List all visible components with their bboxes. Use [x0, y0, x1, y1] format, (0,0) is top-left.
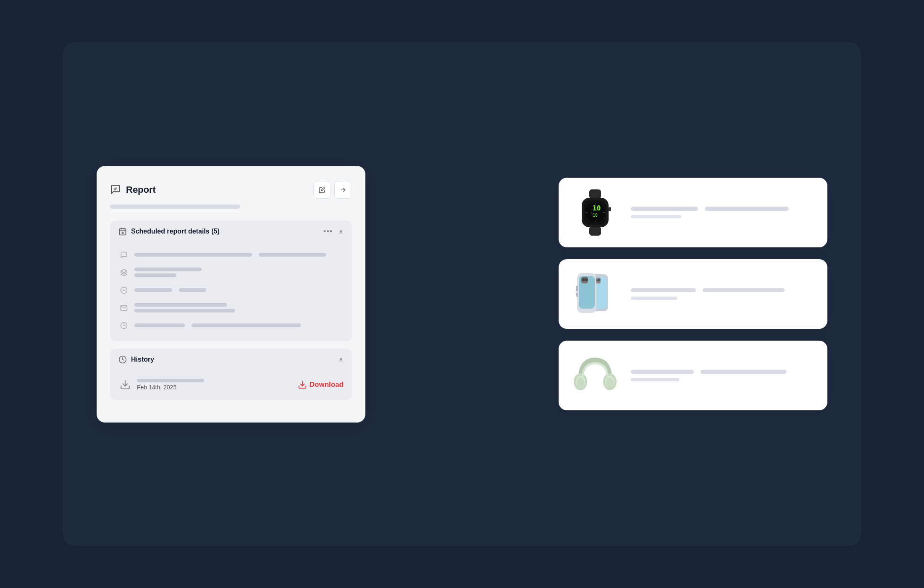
svg-point-7 [122, 232, 123, 234]
report-subtitle-bar [110, 205, 240, 209]
navigate-button[interactable] [334, 181, 352, 199]
history-section-title: History [131, 356, 154, 363]
bar [179, 288, 206, 292]
bar [259, 253, 326, 257]
detail-row-4 [118, 299, 344, 317]
product-info-phone [631, 288, 814, 300]
detail-row-4-content [134, 303, 344, 312]
svg-rect-14 [589, 189, 601, 199]
phone-bar-1 [631, 288, 696, 292]
history-date: Feb 14th, 2025 [137, 384, 204, 391]
history-section: History ∧ [110, 349, 352, 400]
download-icon [298, 380, 307, 389]
scheduled-section-header[interactable]: Scheduled report details (5) ••• ∧ [110, 220, 352, 243]
product-info-headphones [631, 370, 814, 381]
watch-bar-3 [631, 215, 681, 218]
download-button[interactable]: Download [298, 380, 344, 389]
svg-rect-36 [576, 286, 578, 291]
scheduled-section: Scheduled report details (5) ••• ∧ [110, 220, 352, 341]
svg-point-42 [577, 378, 584, 388]
section-header-right: ••• ∧ [323, 227, 344, 236]
bar [134, 309, 235, 312]
watch-bar-1 [631, 207, 698, 211]
detail-row-1-content [134, 253, 344, 257]
detail-row-5-content [134, 323, 344, 327]
svg-rect-25 [609, 207, 611, 211]
history-icon [118, 355, 127, 364]
headphones-bar-row-2 [631, 378, 814, 381]
headphones-bar-row-1 [631, 370, 814, 374]
detail-icon-3 [118, 285, 129, 296]
detail-icon-5 [118, 320, 129, 331]
collapse-icon[interactable]: ∧ [339, 228, 344, 236]
report-actions [313, 181, 352, 199]
main-container: Report [63, 42, 861, 546]
svg-text:10: 10 [593, 204, 601, 212]
history-entry-icon [118, 378, 132, 391]
report-title-row: Report [110, 184, 156, 196]
product-image-watch: 10 10 [572, 189, 618, 236]
history-header-left: History [118, 355, 154, 364]
right-panel: 10 10 [559, 178, 827, 410]
bar [134, 303, 227, 307]
download-label: Download [310, 381, 344, 389]
watch-bar-row-2 [631, 215, 814, 218]
product-image-phone [572, 271, 618, 317]
bar [134, 288, 172, 292]
svg-point-9 [121, 287, 127, 293]
product-card-phone [559, 259, 827, 329]
scheduled-section-body [110, 243, 352, 341]
detail-row-1 [118, 246, 344, 264]
scheduled-section-title: Scheduled report details (5) [131, 228, 220, 235]
history-section-body: Feb 14th, 2025 Download [110, 370, 352, 400]
detail-icon-4 [118, 302, 129, 313]
edit-button[interactable] [313, 181, 331, 199]
watch-bar-2 [705, 207, 789, 211]
detail-row-3-content [134, 288, 344, 292]
headphones-bar-3 [631, 378, 679, 381]
product-image-headphones [572, 352, 618, 399]
left-panel: Report [97, 166, 365, 423]
svg-point-35 [585, 278, 588, 281]
product-info-watch [631, 207, 814, 218]
detail-row-2-content [134, 268, 344, 277]
headphones-bar-2 [701, 370, 787, 374]
report-icon [110, 184, 122, 196]
detail-icon-1 [118, 249, 129, 260]
detail-row-5 [118, 317, 344, 334]
svg-rect-3 [120, 228, 126, 235]
history-info: Feb 14th, 2025 [137, 379, 204, 391]
svg-rect-37 [576, 293, 578, 297]
section-header-left: Scheduled report details (5) [118, 227, 220, 236]
svg-point-34 [582, 278, 585, 281]
phone-bar-row-1 [631, 288, 814, 292]
headphones-bar-1 [631, 370, 694, 374]
svg-text:10: 10 [593, 213, 598, 218]
svg-marker-8 [121, 269, 127, 273]
history-left: Feb 14th, 2025 [118, 378, 204, 391]
report-header: Report [110, 181, 352, 199]
bar [134, 253, 252, 257]
history-bar [137, 379, 204, 382]
report-title: Report [126, 184, 156, 195]
detail-row-2 [118, 264, 344, 281]
svg-point-30 [598, 279, 600, 281]
history-section-header[interactable]: History ∧ [110, 349, 352, 370]
product-card-headphones [559, 341, 827, 410]
bar [134, 273, 176, 277]
bar [134, 323, 185, 327]
scheduled-icon [118, 227, 127, 236]
phone-bar-3 [631, 297, 677, 300]
phone-bar-row-2 [631, 297, 814, 300]
detail-row-3 [118, 281, 344, 299]
bar [192, 323, 301, 327]
product-card-smartwatch: 10 10 [559, 178, 827, 247]
history-collapse-icon[interactable]: ∧ [339, 355, 344, 363]
svg-rect-15 [589, 226, 601, 236]
detail-icon-2 [118, 267, 129, 278]
bar [134, 268, 202, 271]
history-row: Feb 14th, 2025 Download [118, 374, 344, 393]
watch-bar-row-1 [631, 207, 814, 211]
phone-bar-2 [703, 288, 785, 292]
more-options-icon[interactable]: ••• [323, 227, 333, 236]
